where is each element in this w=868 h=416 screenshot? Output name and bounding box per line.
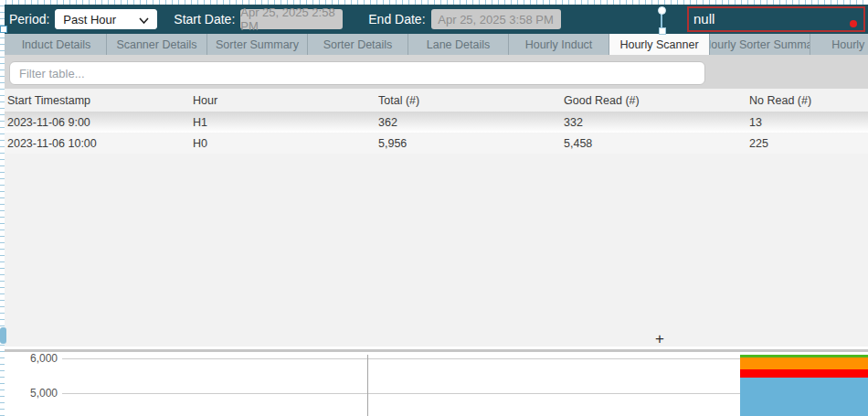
ruler-top — [0, 0, 868, 5]
start-date-input[interactable]: Apr 25, 2025 2:58 PM — [240, 9, 343, 29]
cell-start-timestamp: 2023-11-06 9:00 — [7, 116, 193, 129]
bar-segment-series_orange — [740, 357, 868, 369]
period-select-value: Past Hour — [63, 13, 116, 27]
table-row[interactable]: 2023-11-06 10:00 H0 5,956 5,458 225 — [0, 133, 868, 154]
column-header-start-timestamp[interactable]: Start Timestamp — [7, 94, 193, 107]
y-axis-tick-5000: 5,000 — [5, 387, 58, 400]
start-date-label: Start Date: — [174, 12, 235, 27]
filter-band — [0, 55, 868, 89]
tab-sorter-summary[interactable]: Sorter Summary — [207, 34, 308, 55]
ruler-handle-square[interactable] — [0, 26, 7, 33]
tab-hourly-sorter-summary[interactable]: Hourly Sorter Summar — [710, 34, 810, 55]
period-select[interactable]: Past Hour — [55, 9, 157, 29]
cell-total: 5,956 — [378, 137, 564, 150]
annotation-handle-square[interactable] — [659, 27, 666, 35]
cell-hour: H0 — [193, 137, 378, 150]
category-divider-line — [367, 355, 368, 416]
tab-scanner-details[interactable]: Scanner Details — [107, 34, 207, 55]
stacked-bar[interactable] — [740, 355, 868, 416]
cell-total: 362 — [378, 116, 564, 129]
tab-bar: Induct Details Scanner Details Sorter Su… — [0, 34, 868, 55]
cell-start-timestamp: 2023-11-06 10:00 — [7, 137, 193, 150]
cell-good-read: 5,458 — [564, 137, 749, 150]
period-label: Period: — [9, 12, 49, 27]
cell-no-read: 13 — [749, 116, 868, 129]
tab-sorter-details[interactable]: Sorter Details — [308, 34, 408, 55]
ruler-left — [0, 0, 5, 416]
column-header-hour[interactable]: Hour — [193, 94, 378, 107]
column-header-no-read[interactable]: No Read (#) — [749, 94, 868, 107]
hourly-scanner-chart: 6,000 5,000 — [0, 352, 868, 416]
cell-hour: H1 — [193, 116, 378, 129]
column-header-total[interactable]: Total (#) — [378, 94, 564, 107]
chevron-down-icon — [139, 13, 149, 27]
tab-induct-details[interactable]: Induct Details — [6, 34, 107, 55]
bar-segment-series_blue — [740, 378, 868, 416]
table-header-row: Start Timestamp Hour Total (#) Good Read… — [0, 89, 868, 112]
column-header-good-read[interactable]: Good Read (#) — [564, 94, 749, 107]
app-root: Period: Past Hour Start Date: Apr 25, 20… — [0, 0, 868, 416]
tab-hourly-sorter-details[interactable]: Hourly Sort — [810, 34, 868, 55]
tab-hourly-scanner[interactable]: Hourly Scanner — [609, 34, 710, 55]
table-empty-area — [0, 154, 868, 347]
filter-table-input[interactable] — [9, 61, 705, 85]
bar-segment-series_red — [740, 369, 868, 378]
overlay-null-input[interactable]: null — [687, 6, 865, 32]
cell-good-read: 332 — [564, 116, 749, 129]
plus-icon[interactable]: + — [655, 330, 664, 348]
ruler-handle-pill[interactable] — [0, 327, 6, 344]
red-indicator-dot — [850, 20, 857, 27]
y-axis-tick-6000: 6,000 — [5, 352, 58, 365]
tab-lane-details[interactable]: Lane Details — [408, 34, 509, 55]
table-row[interactable]: 2023-11-06 9:00 H1 362 332 13 — [0, 112, 868, 133]
cell-no-read: 225 — [749, 137, 868, 150]
tab-hourly-induct[interactable]: Hourly Induct — [509, 34, 609, 55]
end-date-label: End Date: — [368, 12, 425, 27]
annotation-handle-circle[interactable] — [658, 6, 666, 15]
end-date-input[interactable]: Apr 25, 2025 3:58 PM — [431, 9, 561, 29]
